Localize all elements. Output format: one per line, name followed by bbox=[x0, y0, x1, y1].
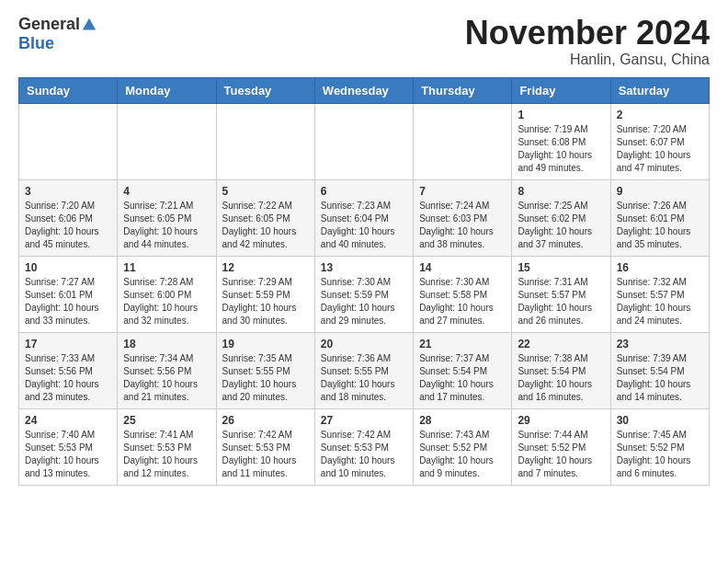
calendar-week-row: 17Sunrise: 7:33 AM Sunset: 5:56 PM Dayli… bbox=[19, 332, 710, 408]
day-number: 5 bbox=[222, 185, 309, 198]
svg-marker-0 bbox=[83, 17, 96, 29]
calendar-cell: 1Sunrise: 7:19 AM Sunset: 6:08 PM Daylig… bbox=[512, 103, 610, 179]
day-number: 28 bbox=[419, 414, 506, 427]
calendar-cell bbox=[19, 103, 118, 179]
day-info: Sunrise: 7:25 AM Sunset: 6:02 PM Dayligh… bbox=[518, 201, 592, 249]
day-number: 27 bbox=[321, 414, 407, 427]
title-block: November 2024 Hanlin, Gansu, China bbox=[465, 15, 710, 68]
logo-icon bbox=[81, 17, 97, 33]
day-number: 16 bbox=[617, 261, 703, 274]
calendar-cell: 28Sunrise: 7:43 AM Sunset: 5:52 PM Dayli… bbox=[414, 408, 512, 485]
weekday-header: Monday bbox=[118, 77, 216, 103]
weekday-header: Friday bbox=[512, 77, 610, 103]
calendar-cell: 18Sunrise: 7:34 AM Sunset: 5:56 PM Dayli… bbox=[118, 332, 216, 408]
calendar-cell: 29Sunrise: 7:44 AM Sunset: 5:52 PM Dayli… bbox=[512, 408, 610, 485]
day-info: Sunrise: 7:32 AM Sunset: 5:57 PM Dayligh… bbox=[617, 277, 691, 326]
day-info: Sunrise: 7:24 AM Sunset: 6:03 PM Dayligh… bbox=[419, 201, 494, 249]
day-info: Sunrise: 7:21 AM Sunset: 6:05 PM Dayligh… bbox=[123, 201, 198, 249]
day-info: Sunrise: 7:20 AM Sunset: 6:06 PM Dayligh… bbox=[25, 201, 99, 249]
calendar-cell: 3Sunrise: 7:20 AM Sunset: 6:06 PM Daylig… bbox=[19, 179, 118, 256]
logo-general-text: General bbox=[18, 15, 80, 34]
day-number: 4 bbox=[123, 185, 210, 198]
day-info: Sunrise: 7:27 AM Sunset: 6:01 PM Dayligh… bbox=[25, 277, 99, 326]
calendar-cell: 23Sunrise: 7:39 AM Sunset: 5:54 PM Dayli… bbox=[610, 332, 709, 408]
day-number: 8 bbox=[518, 185, 604, 198]
day-number: 21 bbox=[419, 338, 506, 350]
day-number: 13 bbox=[321, 261, 407, 274]
day-number: 10 bbox=[25, 261, 111, 274]
calendar-week-row: 24Sunrise: 7:40 AM Sunset: 5:53 PM Dayli… bbox=[19, 408, 710, 485]
day-info: Sunrise: 7:44 AM Sunset: 5:52 PM Dayligh… bbox=[518, 430, 592, 478]
weekday-header: Sunday bbox=[19, 77, 118, 103]
calendar-cell: 25Sunrise: 7:41 AM Sunset: 5:53 PM Dayli… bbox=[118, 408, 216, 485]
day-number: 6 bbox=[321, 185, 407, 198]
day-number: 17 bbox=[25, 338, 111, 350]
calendar-cell bbox=[414, 103, 512, 179]
calendar-cell: 4Sunrise: 7:21 AM Sunset: 6:05 PM Daylig… bbox=[118, 179, 216, 256]
day-info: Sunrise: 7:29 AM Sunset: 5:59 PM Dayligh… bbox=[222, 277, 297, 326]
day-info: Sunrise: 7:42 AM Sunset: 5:53 PM Dayligh… bbox=[321, 430, 395, 478]
day-number: 2 bbox=[617, 109, 703, 121]
day-info: Sunrise: 7:33 AM Sunset: 5:56 PM Dayligh… bbox=[25, 353, 99, 402]
month-title: November 2024 bbox=[465, 15, 710, 52]
day-number: 25 bbox=[123, 414, 210, 427]
calendar-cell: 16Sunrise: 7:32 AM Sunset: 5:57 PM Dayli… bbox=[610, 256, 709, 332]
day-info: Sunrise: 7:20 AM Sunset: 6:07 PM Dayligh… bbox=[617, 124, 691, 173]
day-number: 9 bbox=[617, 185, 703, 198]
day-number: 23 bbox=[617, 338, 703, 350]
logo-blue-text: Blue bbox=[18, 34, 54, 53]
day-info: Sunrise: 7:34 AM Sunset: 5:56 PM Dayligh… bbox=[123, 353, 198, 402]
day-number: 24 bbox=[25, 414, 111, 427]
day-info: Sunrise: 7:30 AM Sunset: 5:59 PM Dayligh… bbox=[321, 277, 395, 326]
weekday-header: Wednesday bbox=[314, 77, 413, 103]
calendar-cell: 10Sunrise: 7:27 AM Sunset: 6:01 PM Dayli… bbox=[19, 256, 118, 332]
logo: General Blue bbox=[18, 15, 97, 53]
day-number: 1 bbox=[518, 109, 604, 121]
calendar-cell bbox=[216, 103, 314, 179]
calendar-cell: 17Sunrise: 7:33 AM Sunset: 5:56 PM Dayli… bbox=[19, 332, 118, 408]
day-number: 22 bbox=[518, 338, 604, 350]
day-info: Sunrise: 7:43 AM Sunset: 5:52 PM Dayligh… bbox=[419, 430, 494, 478]
calendar-cell: 12Sunrise: 7:29 AM Sunset: 5:59 PM Dayli… bbox=[216, 256, 314, 332]
weekday-header: Saturday bbox=[610, 77, 709, 103]
location: Hanlin, Gansu, China bbox=[465, 52, 710, 68]
calendar-cell: 13Sunrise: 7:30 AM Sunset: 5:59 PM Dayli… bbox=[314, 256, 413, 332]
calendar-cell: 5Sunrise: 7:22 AM Sunset: 6:05 PM Daylig… bbox=[216, 179, 314, 256]
day-info: Sunrise: 7:26 AM Sunset: 6:01 PM Dayligh… bbox=[617, 201, 691, 249]
calendar-cell: 11Sunrise: 7:28 AM Sunset: 6:00 PM Dayli… bbox=[118, 256, 216, 332]
day-number: 14 bbox=[419, 261, 506, 274]
day-info: Sunrise: 7:37 AM Sunset: 5:54 PM Dayligh… bbox=[419, 353, 494, 402]
day-info: Sunrise: 7:23 AM Sunset: 6:04 PM Dayligh… bbox=[321, 201, 395, 249]
calendar-cell: 9Sunrise: 7:26 AM Sunset: 6:01 PM Daylig… bbox=[610, 179, 709, 256]
day-number: 26 bbox=[222, 414, 309, 427]
calendar-cell: 26Sunrise: 7:42 AM Sunset: 5:53 PM Dayli… bbox=[216, 408, 314, 485]
calendar-cell: 7Sunrise: 7:24 AM Sunset: 6:03 PM Daylig… bbox=[414, 179, 512, 256]
weekday-header-row: SundayMondayTuesdayWednesdayThursdayFrid… bbox=[19, 77, 710, 103]
day-info: Sunrise: 7:28 AM Sunset: 6:00 PM Dayligh… bbox=[123, 277, 198, 326]
day-number: 29 bbox=[518, 414, 604, 427]
calendar-cell: 24Sunrise: 7:40 AM Sunset: 5:53 PM Dayli… bbox=[19, 408, 118, 485]
day-info: Sunrise: 7:39 AM Sunset: 5:54 PM Dayligh… bbox=[617, 353, 691, 402]
day-info: Sunrise: 7:22 AM Sunset: 6:05 PM Dayligh… bbox=[222, 201, 297, 249]
day-info: Sunrise: 7:38 AM Sunset: 5:54 PM Dayligh… bbox=[518, 353, 592, 402]
weekday-header: Tuesday bbox=[216, 77, 314, 103]
day-number: 3 bbox=[25, 185, 111, 198]
day-number: 20 bbox=[321, 338, 407, 350]
calendar-cell: 2Sunrise: 7:20 AM Sunset: 6:07 PM Daylig… bbox=[610, 103, 709, 179]
day-info: Sunrise: 7:30 AM Sunset: 5:58 PM Dayligh… bbox=[419, 277, 494, 326]
day-number: 18 bbox=[123, 338, 210, 350]
header: General Blue November 2024 Hanlin, Gansu… bbox=[18, 15, 710, 68]
weekday-header: Thursday bbox=[414, 77, 512, 103]
calendar-cell: 14Sunrise: 7:30 AM Sunset: 5:58 PM Dayli… bbox=[414, 256, 512, 332]
calendar-cell bbox=[118, 103, 216, 179]
calendar-cell: 22Sunrise: 7:38 AM Sunset: 5:54 PM Dayli… bbox=[512, 332, 610, 408]
calendar-cell: 8Sunrise: 7:25 AM Sunset: 6:02 PM Daylig… bbox=[512, 179, 610, 256]
day-number: 7 bbox=[419, 185, 506, 198]
day-number: 12 bbox=[222, 261, 309, 274]
calendar-week-row: 1Sunrise: 7:19 AM Sunset: 6:08 PM Daylig… bbox=[19, 103, 710, 179]
calendar-cell: 20Sunrise: 7:36 AM Sunset: 5:55 PM Dayli… bbox=[314, 332, 413, 408]
calendar-week-row: 3Sunrise: 7:20 AM Sunset: 6:06 PM Daylig… bbox=[19, 179, 710, 256]
calendar-cell: 27Sunrise: 7:42 AM Sunset: 5:53 PM Dayli… bbox=[314, 408, 413, 485]
day-info: Sunrise: 7:45 AM Sunset: 5:52 PM Dayligh… bbox=[617, 430, 691, 478]
calendar-cell: 6Sunrise: 7:23 AM Sunset: 6:04 PM Daylig… bbox=[314, 179, 413, 256]
